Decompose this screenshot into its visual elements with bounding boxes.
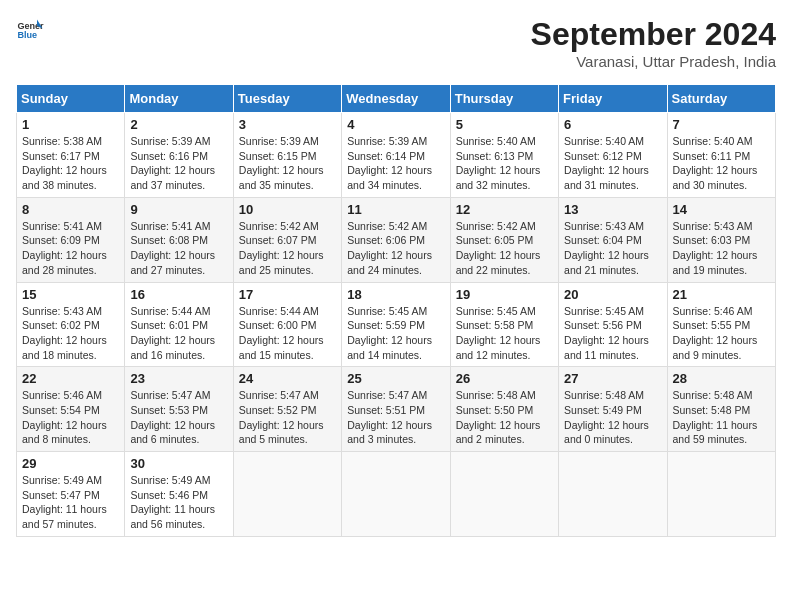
day-detail: Sunrise: 5:43 AMSunset: 6:04 PMDaylight:… [564, 219, 661, 278]
calendar-cell: 20Sunrise: 5:45 AMSunset: 5:56 PMDayligh… [559, 282, 667, 367]
calendar-cell: 21Sunrise: 5:46 AMSunset: 5:55 PMDayligh… [667, 282, 775, 367]
calendar-week-row: 1Sunrise: 5:38 AMSunset: 6:17 PMDaylight… [17, 113, 776, 198]
calendar-cell: 30Sunrise: 5:49 AMSunset: 5:46 PMDayligh… [125, 452, 233, 537]
day-number: 28 [673, 371, 770, 386]
day-number: 6 [564, 117, 661, 132]
day-number: 20 [564, 287, 661, 302]
calendar-cell: 12Sunrise: 5:42 AMSunset: 6:05 PMDayligh… [450, 197, 558, 282]
day-number: 21 [673, 287, 770, 302]
day-detail: Sunrise: 5:48 AMSunset: 5:50 PMDaylight:… [456, 388, 553, 447]
day-detail: Sunrise: 5:41 AMSunset: 6:09 PMDaylight:… [22, 219, 119, 278]
calendar-cell: 26Sunrise: 5:48 AMSunset: 5:50 PMDayligh… [450, 367, 558, 452]
calendar-cell: 2Sunrise: 5:39 AMSunset: 6:16 PMDaylight… [125, 113, 233, 198]
calendar-cell: 9Sunrise: 5:41 AMSunset: 6:08 PMDaylight… [125, 197, 233, 282]
calendar-cell: 27Sunrise: 5:48 AMSunset: 5:49 PMDayligh… [559, 367, 667, 452]
calendar-cell: 16Sunrise: 5:44 AMSunset: 6:01 PMDayligh… [125, 282, 233, 367]
calendar-week-row: 22Sunrise: 5:46 AMSunset: 5:54 PMDayligh… [17, 367, 776, 452]
calendar-cell [233, 452, 341, 537]
calendar-cell: 4Sunrise: 5:39 AMSunset: 6:14 PMDaylight… [342, 113, 450, 198]
column-header-friday: Friday [559, 85, 667, 113]
calendar-cell: 24Sunrise: 5:47 AMSunset: 5:52 PMDayligh… [233, 367, 341, 452]
calendar-cell: 18Sunrise: 5:45 AMSunset: 5:59 PMDayligh… [342, 282, 450, 367]
day-number: 30 [130, 456, 227, 471]
day-detail: Sunrise: 5:46 AMSunset: 5:54 PMDaylight:… [22, 388, 119, 447]
day-detail: Sunrise: 5:45 AMSunset: 5:59 PMDaylight:… [347, 304, 444, 363]
day-number: 19 [456, 287, 553, 302]
day-number: 13 [564, 202, 661, 217]
day-number: 12 [456, 202, 553, 217]
day-number: 15 [22, 287, 119, 302]
calendar-cell: 17Sunrise: 5:44 AMSunset: 6:00 PMDayligh… [233, 282, 341, 367]
day-number: 23 [130, 371, 227, 386]
calendar-cell: 1Sunrise: 5:38 AMSunset: 6:17 PMDaylight… [17, 113, 125, 198]
day-number: 16 [130, 287, 227, 302]
calendar-cell: 10Sunrise: 5:42 AMSunset: 6:07 PMDayligh… [233, 197, 341, 282]
day-detail: Sunrise: 5:44 AMSunset: 6:00 PMDaylight:… [239, 304, 336, 363]
day-number: 24 [239, 371, 336, 386]
day-number: 25 [347, 371, 444, 386]
day-detail: Sunrise: 5:38 AMSunset: 6:17 PMDaylight:… [22, 134, 119, 193]
calendar-cell [450, 452, 558, 537]
calendar-cell [667, 452, 775, 537]
day-detail: Sunrise: 5:40 AMSunset: 6:12 PMDaylight:… [564, 134, 661, 193]
calendar-cell: 28Sunrise: 5:48 AMSunset: 5:48 PMDayligh… [667, 367, 775, 452]
day-detail: Sunrise: 5:42 AMSunset: 6:05 PMDaylight:… [456, 219, 553, 278]
column-header-wednesday: Wednesday [342, 85, 450, 113]
day-number: 4 [347, 117, 444, 132]
day-detail: Sunrise: 5:47 AMSunset: 5:53 PMDaylight:… [130, 388, 227, 447]
day-detail: Sunrise: 5:48 AMSunset: 5:48 PMDaylight:… [673, 388, 770, 447]
svg-text:Blue: Blue [17, 30, 37, 40]
calendar-cell: 29Sunrise: 5:49 AMSunset: 5:47 PMDayligh… [17, 452, 125, 537]
day-number: 11 [347, 202, 444, 217]
day-detail: Sunrise: 5:47 AMSunset: 5:51 PMDaylight:… [347, 388, 444, 447]
column-header-tuesday: Tuesday [233, 85, 341, 113]
day-number: 3 [239, 117, 336, 132]
day-detail: Sunrise: 5:42 AMSunset: 6:07 PMDaylight:… [239, 219, 336, 278]
page-subtitle: Varanasi, Uttar Pradesh, India [531, 53, 776, 70]
calendar-cell: 8Sunrise: 5:41 AMSunset: 6:09 PMDaylight… [17, 197, 125, 282]
column-header-thursday: Thursday [450, 85, 558, 113]
day-number: 26 [456, 371, 553, 386]
day-number: 2 [130, 117, 227, 132]
calendar-week-row: 29Sunrise: 5:49 AMSunset: 5:47 PMDayligh… [17, 452, 776, 537]
calendar-cell: 14Sunrise: 5:43 AMSunset: 6:03 PMDayligh… [667, 197, 775, 282]
day-detail: Sunrise: 5:45 AMSunset: 5:56 PMDaylight:… [564, 304, 661, 363]
day-detail: Sunrise: 5:45 AMSunset: 5:58 PMDaylight:… [456, 304, 553, 363]
calendar-cell: 13Sunrise: 5:43 AMSunset: 6:04 PMDayligh… [559, 197, 667, 282]
logo-icon: General Blue [16, 16, 44, 44]
calendar-cell: 23Sunrise: 5:47 AMSunset: 5:53 PMDayligh… [125, 367, 233, 452]
day-number: 1 [22, 117, 119, 132]
day-number: 17 [239, 287, 336, 302]
calendar-cell: 22Sunrise: 5:46 AMSunset: 5:54 PMDayligh… [17, 367, 125, 452]
day-number: 9 [130, 202, 227, 217]
day-detail: Sunrise: 5:48 AMSunset: 5:49 PMDaylight:… [564, 388, 661, 447]
calendar-cell: 7Sunrise: 5:40 AMSunset: 6:11 PMDaylight… [667, 113, 775, 198]
day-detail: Sunrise: 5:49 AMSunset: 5:46 PMDaylight:… [130, 473, 227, 532]
day-detail: Sunrise: 5:42 AMSunset: 6:06 PMDaylight:… [347, 219, 444, 278]
title-section: September 2024 Varanasi, Uttar Pradesh, … [531, 16, 776, 70]
day-detail: Sunrise: 5:44 AMSunset: 6:01 PMDaylight:… [130, 304, 227, 363]
calendar-cell [342, 452, 450, 537]
day-number: 8 [22, 202, 119, 217]
day-number: 14 [673, 202, 770, 217]
day-detail: Sunrise: 5:39 AMSunset: 6:14 PMDaylight:… [347, 134, 444, 193]
column-header-monday: Monday [125, 85, 233, 113]
calendar-table: SundayMondayTuesdayWednesdayThursdayFrid… [16, 84, 776, 537]
calendar-week-row: 8Sunrise: 5:41 AMSunset: 6:09 PMDaylight… [17, 197, 776, 282]
page-title: September 2024 [531, 16, 776, 53]
day-number: 29 [22, 456, 119, 471]
day-number: 27 [564, 371, 661, 386]
day-number: 7 [673, 117, 770, 132]
calendar-cell: 15Sunrise: 5:43 AMSunset: 6:02 PMDayligh… [17, 282, 125, 367]
calendar-cell [559, 452, 667, 537]
day-number: 18 [347, 287, 444, 302]
column-header-sunday: Sunday [17, 85, 125, 113]
day-detail: Sunrise: 5:46 AMSunset: 5:55 PMDaylight:… [673, 304, 770, 363]
day-number: 22 [22, 371, 119, 386]
day-detail: Sunrise: 5:40 AMSunset: 6:11 PMDaylight:… [673, 134, 770, 193]
day-detail: Sunrise: 5:40 AMSunset: 6:13 PMDaylight:… [456, 134, 553, 193]
day-detail: Sunrise: 5:47 AMSunset: 5:52 PMDaylight:… [239, 388, 336, 447]
day-detail: Sunrise: 5:39 AMSunset: 6:15 PMDaylight:… [239, 134, 336, 193]
day-detail: Sunrise: 5:43 AMSunset: 6:03 PMDaylight:… [673, 219, 770, 278]
logo: General Blue [16, 16, 46, 44]
